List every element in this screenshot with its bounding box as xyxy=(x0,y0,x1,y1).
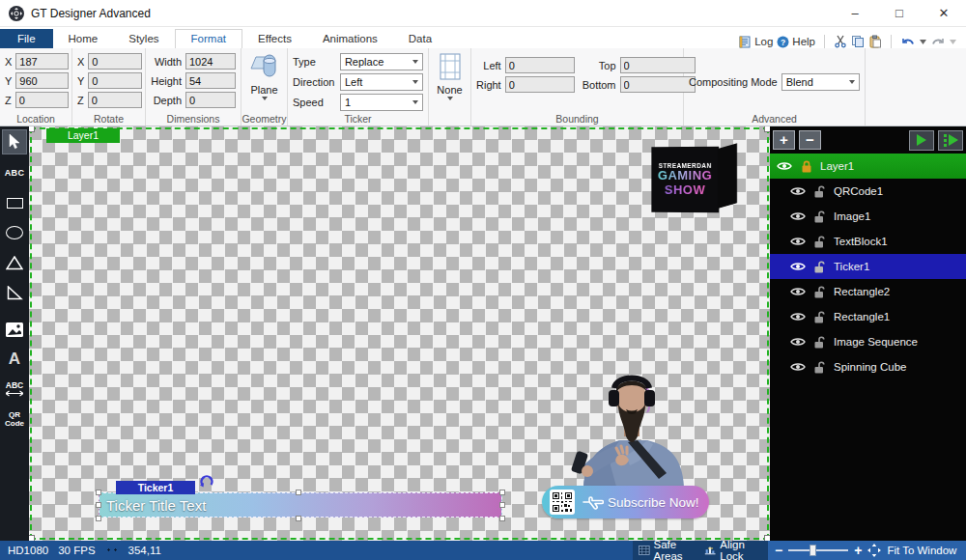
selection-handle[interactable] xyxy=(96,490,101,495)
paste-icon[interactable] xyxy=(868,35,882,48)
add-layer-button[interactable]: + xyxy=(773,130,795,150)
tab-effects[interactable]: Effects xyxy=(242,30,307,48)
cut-icon[interactable] xyxy=(834,35,847,48)
canvas-layer-tab[interactable]: Layer1 xyxy=(46,128,120,143)
layer-row-rectangle1[interactable]: Rectangle1 xyxy=(770,304,966,329)
text-tool[interactable]: A xyxy=(2,348,27,371)
ellipse-tool[interactable] xyxy=(2,221,27,244)
layer-row-image1[interactable]: Image1 xyxy=(770,204,966,229)
copy-icon[interactable] xyxy=(851,35,865,48)
splitter-grip[interactable] xyxy=(105,546,119,554)
layer-row-qrcode1[interactable]: QRCode1 xyxy=(770,179,966,204)
visibility-eye-icon[interactable] xyxy=(789,237,806,246)
visibility-eye-icon[interactable] xyxy=(789,287,806,296)
selection-handle[interactable] xyxy=(499,490,505,495)
tab-home[interactable]: Home xyxy=(53,30,114,48)
location-y-field[interactable] xyxy=(15,72,69,89)
canvas-handle[interactable] xyxy=(29,126,35,132)
remove-layer-button[interactable]: − xyxy=(799,130,821,150)
selection-handle[interactable] xyxy=(296,516,301,521)
safe-areas-toggle[interactable]: Safe Areas xyxy=(639,539,698,560)
ticker-speed-select[interactable]: 1 xyxy=(340,94,423,111)
ticker-element-label[interactable]: Ticker1 xyxy=(116,481,195,494)
qr-code-element[interactable] xyxy=(550,490,575,515)
ticker-direction-select[interactable]: Left xyxy=(340,73,423,91)
visibility-eye-icon[interactable] xyxy=(789,211,806,221)
triangle-tool[interactable] xyxy=(2,251,27,274)
redo-icon[interactable] xyxy=(930,36,946,48)
rotate-x-field[interactable] xyxy=(88,53,142,70)
bounding-left-field[interactable] xyxy=(505,57,575,73)
undo-dropdown-icon[interactable] xyxy=(920,40,926,44)
layer-row-layer1[interactable]: Layer1 xyxy=(770,154,966,179)
rotate-y-field[interactable] xyxy=(88,72,142,89)
ticker-tool[interactable]: ABC xyxy=(2,378,27,401)
selection-handle[interactable] xyxy=(96,502,101,508)
tab-data[interactable]: Data xyxy=(393,30,447,48)
qr-code-tool[interactable]: QRCode xyxy=(2,407,27,431)
rectangle-tool[interactable] xyxy=(2,191,27,214)
zoom-out-button[interactable]: − xyxy=(775,544,782,557)
selection-handle[interactable] xyxy=(296,490,301,495)
selection-handle[interactable] xyxy=(96,516,101,521)
location-z-field[interactable] xyxy=(15,92,69,108)
lock-open-icon[interactable] xyxy=(811,336,828,349)
lock-open-icon[interactable] xyxy=(811,236,828,248)
align-lock-toggle[interactable]: Align Lock xyxy=(704,539,762,560)
visibility-eye-icon[interactable] xyxy=(789,312,806,322)
maximize-button[interactable]: □ xyxy=(877,0,922,26)
layer-row-rectangle2[interactable]: Rectangle2 xyxy=(770,279,966,304)
visibility-eye-icon[interactable] xyxy=(789,337,806,347)
lock-open-icon[interactable] xyxy=(811,210,828,223)
visibility-eye-icon[interactable] xyxy=(789,362,806,372)
layer-row-image-sequence[interactable]: Image Sequence xyxy=(770,329,966,354)
rotate-z-field[interactable] xyxy=(88,92,142,108)
visibility-eye-icon[interactable] xyxy=(789,186,806,196)
zoom-in-button[interactable]: + xyxy=(854,544,862,557)
fit-to-window-icon[interactable] xyxy=(867,544,881,557)
layer-row-ticker1[interactable]: Ticker1 xyxy=(770,254,966,279)
tab-styles[interactable]: Styles xyxy=(113,30,174,48)
lock-open-icon[interactable] xyxy=(811,286,828,298)
lock-open-icon[interactable] xyxy=(811,311,828,323)
log-button[interactable]: Log xyxy=(739,36,773,48)
lock-open-icon[interactable] xyxy=(811,361,828,374)
image-tool[interactable] xyxy=(2,318,27,341)
visibility-eye-icon[interactable] xyxy=(789,262,806,271)
redo-dropdown-icon[interactable] xyxy=(950,40,956,44)
layer-row-spinning-cube[interactable]: Spinning Cube xyxy=(770,354,966,379)
design-canvas[interactable]: Layer1 STREAMERDAN GAMING SHOW STREAMERD… xyxy=(29,126,770,541)
minimize-button[interactable]: – xyxy=(833,0,877,26)
undo-icon[interactable] xyxy=(900,36,916,48)
ticker-type-select[interactable]: Replace xyxy=(340,53,423,70)
width-field[interactable] xyxy=(185,53,236,70)
layer-row-textblock1[interactable]: TextBlock1 xyxy=(770,229,966,254)
visibility-eye-icon[interactable] xyxy=(776,161,792,171)
compositing-mode-select[interactable]: Blend xyxy=(781,73,860,91)
spinning-cube-element[interactable]: STREAMERDAN GAMING SHOW STREAMERDAN GAMI… xyxy=(651,145,740,216)
tab-format[interactable]: Format xyxy=(175,29,242,48)
selection-handle[interactable] xyxy=(499,502,505,508)
close-button[interactable]: ✕ xyxy=(922,0,966,26)
geometry-plane-button[interactable]: Plane xyxy=(246,52,282,101)
canvas-handle[interactable] xyxy=(764,126,770,132)
play-all-button[interactable] xyxy=(938,130,963,151)
depth-field[interactable] xyxy=(185,92,236,108)
bounding-right-field[interactable] xyxy=(505,76,575,93)
fit-to-window-button[interactable]: Fit To Window xyxy=(887,545,956,556)
mask-none-button[interactable]: None xyxy=(434,52,466,101)
selection-handle[interactable] xyxy=(499,516,505,521)
rotate-handle-icon[interactable] xyxy=(199,473,214,490)
lock-open-icon[interactable] xyxy=(811,185,828,198)
tab-file[interactable]: File xyxy=(0,29,53,48)
ticker-bar-element[interactable]: Ticker Title Text xyxy=(99,492,502,518)
textblock-tool[interactable]: ABC xyxy=(2,161,27,184)
right-triangle-tool[interactable] xyxy=(2,281,27,304)
lock-open-icon[interactable] xyxy=(811,261,828,273)
height-field[interactable] xyxy=(185,72,236,89)
help-button[interactable]: ? Help xyxy=(777,36,815,48)
streamer-image[interactable] xyxy=(566,367,697,490)
select-tool[interactable] xyxy=(2,129,27,154)
subscribe-banner-element[interactable]: Subscribe Now! xyxy=(542,486,709,518)
tab-animations[interactable]: Animations xyxy=(307,30,393,48)
